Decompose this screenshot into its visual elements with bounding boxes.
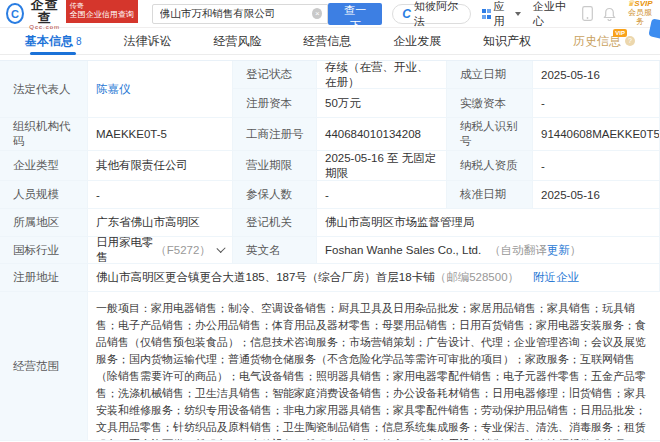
svip-membership-button[interactable]: ♛SVIP 会员服务 (626, 0, 654, 26)
industry-label: 国标行业 (0, 237, 88, 264)
approval-date-value: 2025-05-16 (533, 181, 660, 209)
reg-status-label: 登记状态 (233, 61, 317, 89)
chevron-down-icon (515, 12, 521, 16)
apps-grid-icon (482, 9, 490, 19)
paid-capital-label: 实缴资本 (447, 89, 533, 118)
qcc-logo-icon: C (6, 3, 24, 24)
scope-cell: 一般项目：家用电器销售；制冷、空调设备销售；厨具卫具及日用杂品批发；家居用品销售… (88, 292, 660, 441)
industry-code: （F5272） (155, 243, 211, 258)
company-type-value: 其他有限责任公司 (88, 151, 233, 181)
vip-badge: VIP (613, 29, 627, 37)
company-basic-info-table: 法定代表人 陈嘉仪 登记状态 存续（在营、开业、在册） 成立日期 2025-05… (0, 60, 660, 441)
mobile-app-icon[interactable] (582, 6, 593, 21)
address-cell: 佛山市高明区更合镇更合大道185、187号（综合厂房）首层18卡铺 （邮编528… (88, 264, 660, 292)
reg-capital-label: 注册资本 (233, 89, 317, 118)
english-name-cell: Foshan Wanhe Sales Co., Ltd. （自动翻译 更新 ） (317, 237, 660, 264)
scope-value: 一般项目：家用电器销售；制冷、空调设备销售；厨具卫具及日用杂品批发；家居用品销售… (96, 294, 652, 441)
alpha-logo-icon: C (402, 7, 411, 21)
tax-id-label: 纳税人识别号 (447, 118, 533, 151)
tax-id-value: 91440608MAEKKE0T5Y (533, 118, 660, 151)
english-name-value: Foshan Wanhe Sales Co., Ltd. (325, 244, 481, 256)
tab-legal-litigation[interactable]: 法律诉讼 (123, 28, 171, 55)
address-postcode: （邮编528500） (435, 270, 519, 285)
biz-term-label: 营业期限 (233, 151, 317, 181)
zhibi-alpha-button[interactable]: C 知彼阿尔法 (392, 4, 471, 24)
brand-slogan-badge: 传奇 全国企业信用查询 (66, 0, 138, 22)
qcc-logo[interactable]: C 企查查 Qcc.com 传奇 全国企业信用查询 (6, 0, 152, 30)
search-button[interactable]: 查一下 (328, 3, 382, 25)
org-code-label: 组织机构代码 (0, 118, 88, 151)
paid-capital-value: - (533, 89, 660, 118)
section-tabbar: 基本信息 8 法律诉讼 经营风险 经营信息 企业发展 知识产权 历史信息 VIP… (0, 28, 660, 55)
apps-menu[interactable]: 应用 (482, 0, 521, 29)
biz-reg-no-value: 440684010134208 (317, 118, 447, 151)
legal-rep-link[interactable]: 陈嘉仪 (96, 82, 131, 97)
enterprise-center-link[interactable]: 企业中心 (533, 0, 572, 29)
notifications-bell-icon[interactable] (603, 7, 616, 21)
tab-operation-risk[interactable]: 经营风险 (213, 28, 261, 55)
legal-rep-cell: 陈嘉仪 (88, 61, 233, 118)
reg-status-value: 存续（在营、开业、在册） (317, 61, 447, 89)
english-name-label: 英文名 (233, 237, 317, 264)
tab-intellectual-property[interactable]: 知识产权 (483, 28, 531, 55)
basic-info-count: 8 (76, 36, 82, 47)
search-bar: × 查一下 (152, 3, 383, 25)
staff-size-label: 人员规模 (0, 181, 88, 209)
est-date-label: 成立日期 (447, 61, 533, 89)
authority-label: 登记机关 (233, 209, 317, 237)
tab-enterprise-development[interactable]: 企业发展 (393, 28, 441, 55)
authority-value: 佛山市高明区市场监督管理局 (317, 209, 660, 237)
industry-value: 日用家电零售 (96, 237, 155, 264)
tab-history-info[interactable]: 历史信息 VIP ? (573, 28, 635, 55)
tax-qual-value: - (533, 151, 660, 181)
search-input[interactable] (152, 4, 329, 24)
brand-name: 企查查 (28, 0, 62, 24)
region-label: 所属地区 (0, 209, 88, 237)
industry-cell: 日用家电零售 （F5272） (88, 237, 233, 264)
approval-date-label: 核准日期 (447, 181, 533, 209)
tab-basic-info[interactable]: 基本信息 8 (25, 28, 82, 55)
insured-value: - (317, 181, 447, 209)
biz-reg-no-label: 工商注册号 (233, 118, 317, 151)
insured-label: 参保人数 (233, 181, 317, 209)
help-icon: ? (625, 36, 635, 46)
reg-capital-value: 50万元 (317, 89, 447, 118)
translate-update-link[interactable]: 更新 (547, 243, 570, 258)
address-value: 佛山市高明区更合镇更合大道185、187号（综合厂房）首层18卡铺 (96, 270, 435, 285)
staff-size-value: - (88, 181, 233, 209)
address-label: 注册地址 (0, 264, 88, 292)
company-type-label: 企业类型 (0, 151, 88, 181)
biz-term-value: 2025-05-16 至 无固定期限 (317, 151, 447, 181)
tab-operation-info[interactable]: 经营信息 (303, 28, 351, 55)
top-navigation: C 企查查 Qcc.com 传奇 全国企业信用查询 × 查一下 C 知彼阿尔法 … (0, 0, 660, 28)
est-date-value: 2025-05-16 (533, 61, 660, 89)
nearby-companies-link[interactable]: 附近企业 (533, 270, 579, 285)
scope-label: 经营范围 (0, 292, 88, 441)
org-code-value: MAEKKE0T-5 (88, 118, 233, 151)
legal-rep-label: 法定代表人 (0, 61, 88, 118)
region-value: 广东省佛山市高明区 (88, 209, 233, 237)
chevron-down-icon[interactable] (216, 244, 225, 253)
tax-qual-label: 纳税人资质 (447, 151, 533, 181)
